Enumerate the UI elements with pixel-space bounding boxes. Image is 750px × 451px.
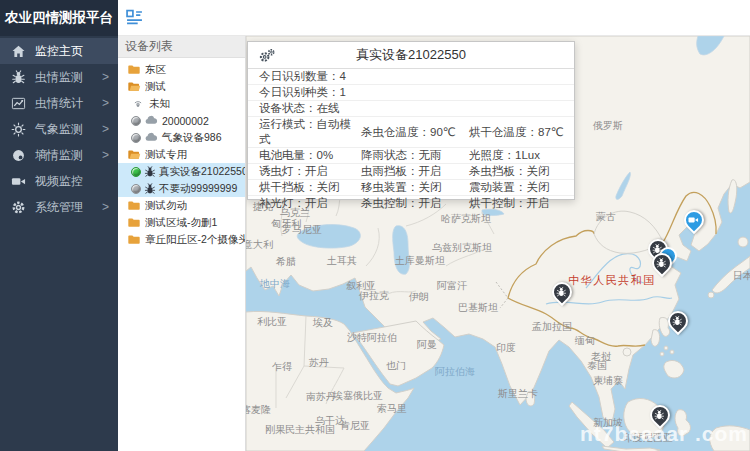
chevron-right-icon: > <box>102 97 109 109</box>
map-country-label: 刚果民主共和国 <box>265 423 335 437</box>
tree-label: 测试勿动 <box>145 199 187 213</box>
insect-icon <box>144 183 156 195</box>
tree-folder-test[interactable]: 测试 <box>118 78 245 95</box>
tree-device-real-21022550[interactable]: 真实设备21022550 <box>118 163 245 180</box>
chevron-right-icon: > <box>102 149 109 161</box>
popup-stat-row: 今日识别种类：1 <box>248 85 574 101</box>
folder-icon <box>127 199 141 212</box>
field-dry-temp: 烘干仓温度：87℃ <box>469 125 574 140</box>
tree-folder-test-region[interactable]: 测试区域-勿删1 <box>118 214 245 231</box>
tree-device-donttouch[interactable]: 不要动99999999 <box>118 180 245 197</box>
globe-icon <box>11 148 26 163</box>
map-country-label: 阿曼 <box>417 338 437 352</box>
map-country-label: 索马里 <box>377 402 407 416</box>
map-country-label: 斯里兰卡 <box>498 387 538 401</box>
sidebar-item-label: 虫情监测 <box>35 69 83 86</box>
field-kill-control: 杀虫控制：开启 <box>361 196 469 211</box>
map-country-label: 土耳其 <box>327 254 357 268</box>
map-country-label: 伊拉克 <box>359 289 389 303</box>
app-title: 农业四情测报平台 <box>0 0 118 36</box>
map-country-label: 蒙古 <box>596 210 616 224</box>
status-dot-offline <box>131 116 141 126</box>
popup-grid-row: 补光灯：开启 杀虫控制：开启 烘干控制：开启 <box>248 196 574 211</box>
map-country-label: 印度 <box>496 341 516 355</box>
sidebar-item-system-admin[interactable]: 系统管理 > <box>0 194 118 220</box>
watermark: nt7beaaar .com <box>580 422 748 446</box>
map-country-label: 乌兹别克斯坦 <box>432 241 492 255</box>
status-dot-offline <box>131 133 141 143</box>
popup-grid-row: 电池电量：0% 降雨状态：无雨 光照度：1Lux <box>248 148 574 164</box>
tree-device-20000002[interactable]: 20000002 <box>118 112 245 129</box>
status-dot-offline <box>131 184 141 194</box>
tree-label: 20000002 <box>162 115 209 127</box>
map-sea-label: 阿拉伯海 <box>435 365 475 379</box>
tree-folder-test-special[interactable]: 测试专用 <box>118 146 245 163</box>
tree-device-weather986[interactable]: 气象设备986 <box>118 129 245 146</box>
field-rain-status: 降雨状态：无雨 <box>361 148 469 163</box>
tree-label: 真实设备21022550 <box>159 165 245 179</box>
map-country-label: 伊朗 <box>409 290 429 304</box>
tree-folder-zhangqiu[interactable]: 章丘阳丘区-2个摄像头 <box>118 231 245 248</box>
sidebar: 农业四情测报平台 监控主页 虫情监测 > 虫情统计 > 气象监测 > <box>0 0 118 451</box>
field-kill-temp: 杀虫仓温度：90℃ <box>361 125 469 140</box>
device-tree: 东区 测试 未知 20000002 气象设备986 测试专用 <box>118 61 245 248</box>
gear-icon <box>11 200 26 215</box>
tree-label: 未知 <box>149 97 170 111</box>
map-country-label: 希腊 <box>276 255 296 269</box>
sidebar-item-soil-monitor[interactable]: 墒情监测 > <box>0 142 118 168</box>
tree-device-unknown[interactable]: 未知 <box>118 95 245 112</box>
device-panel-title: 设备列表 <box>118 36 245 58</box>
home-icon <box>11 44 26 59</box>
field-kill-baffle: 杀虫挡板：关闭 <box>469 164 574 179</box>
map-country-label: 巴基斯坦 <box>458 301 498 315</box>
layout-list-icon[interactable] <box>126 9 143 26</box>
tree-label: 测试区域-勿删1 <box>145 216 217 230</box>
sidebar-item-monitor-home[interactable]: 监控主页 <box>0 38 118 64</box>
insect-icon <box>556 287 567 298</box>
device-panel: 设备列表 东区 测试 未知 20000002 气象设备986 测试 <box>118 36 246 451</box>
map-country-label: 沙特阿拉伯 <box>347 331 397 345</box>
field-rain-baffle: 虫雨挡板：开启 <box>361 164 469 179</box>
insect-icon <box>11 70 26 85</box>
map-country-label: 俄罗斯 <box>593 119 623 133</box>
sidebar-nav: 监控主页 虫情监测 > 虫情统计 > 气象监测 > 墒情监测 > <box>0 38 118 220</box>
map-country-label: 土库曼斯坦 <box>395 254 445 268</box>
sun-icon <box>11 122 26 137</box>
map-country-label: 缅甸 <box>575 334 595 348</box>
cloud-icon <box>144 131 158 144</box>
map-canvas[interactable]: 俄罗斯蒙古哈萨克斯坦捷克乌克兰匈牙利罗马尼亚意大利希腊土耳其土库曼斯坦乌兹别克斯… <box>246 36 750 451</box>
signal-icon <box>131 97 145 110</box>
map-country-label: 日本 <box>733 269 750 283</box>
chart-icon <box>11 96 26 111</box>
sidebar-item-insect-stats[interactable]: 虫情统计 > <box>0 90 118 116</box>
map-country-label: 罗马尼亚 <box>282 223 322 237</box>
sidebar-item-insect-monitor[interactable]: 虫情监测 > <box>0 64 118 90</box>
popup-title: 真实设备21022550 <box>248 46 574 64</box>
folder-icon <box>127 216 141 229</box>
map-country-label: 也门 <box>386 359 406 373</box>
sidebar-item-label: 虫情统计 <box>35 95 83 112</box>
field-dry-baffle: 烘干挡板：关闭 <box>259 180 361 195</box>
settings-gears-icon[interactable] <box>258 48 276 63</box>
tree-folder-east[interactable]: 东区 <box>118 61 245 78</box>
field-battery: 电池电量：0% <box>259 148 361 163</box>
map-country-label: 意大利 <box>246 238 273 252</box>
popup-grid-row: 烘干挡板：关闭 移虫装置：关闭 震动装置：关闭 <box>248 180 574 196</box>
map-country-label: 孟加拉国 <box>532 320 572 334</box>
chevron-right-icon: > <box>102 71 109 83</box>
tree-label: 东区 <box>145 63 166 77</box>
popup-stat-row: 今日识别数量：4 <box>248 69 574 85</box>
map-country-label: 乍得 <box>272 360 292 374</box>
sidebar-item-video-monitor[interactable]: 视频监控 <box>0 168 118 194</box>
map-country-label: 中华人民共和国 <box>568 273 656 288</box>
camera-icon <box>688 215 699 226</box>
topbar <box>118 0 750 36</box>
map-country-label: 泰国 <box>587 359 607 373</box>
popup-stat-row: 设备状态：在线 <box>248 101 574 117</box>
tree-folder-test-nomove[interactable]: 测试勿动 <box>118 197 245 214</box>
field-lure-lamp: 诱虫灯：开启 <box>259 164 361 179</box>
video-camera-icon <box>11 174 26 189</box>
sidebar-item-weather-monitor[interactable]: 气象监测 > <box>0 116 118 142</box>
map-country-label: 柬埔寨 <box>593 374 623 388</box>
tree-label: 不要动99999999 <box>159 182 237 196</box>
